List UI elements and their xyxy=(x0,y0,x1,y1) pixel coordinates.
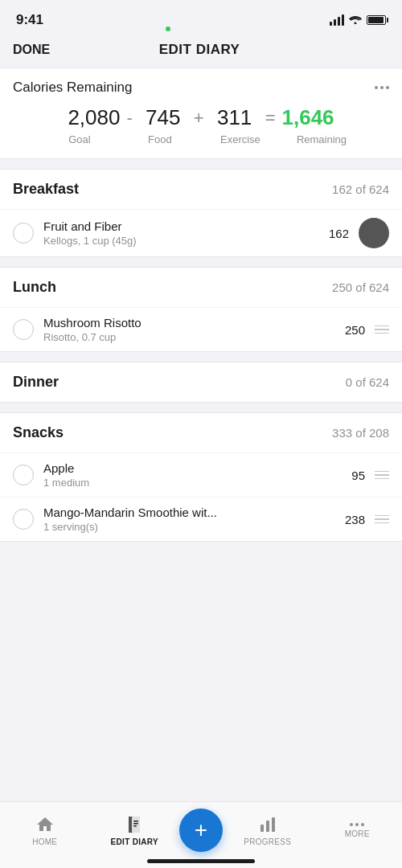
exercise-value: 311 xyxy=(211,105,259,130)
svg-rect-4 xyxy=(132,817,140,833)
lunch-item-name: Mushroom Risotto xyxy=(43,316,345,330)
lunch-item-calories: 250 xyxy=(345,323,365,337)
dinner-header: Dinner 0 of 624 xyxy=(13,374,389,391)
svg-rect-10 xyxy=(272,817,275,832)
progress-icon xyxy=(258,815,277,834)
lunch-item-info: Mushroom Risotto Risotto, 0.7 cup xyxy=(43,316,345,343)
snack-smoothie-calories: 238 xyxy=(345,513,365,526)
snacks-section: Snacks 333 of 208 Apple 1 medium 95 Mang… xyxy=(0,412,402,542)
drag-line xyxy=(375,518,389,520)
svg-rect-3 xyxy=(129,817,132,833)
snack-smoothie-drag-handle[interactable] xyxy=(375,515,389,524)
progress-label: PROGRESS xyxy=(244,837,291,846)
snacks-calories: 333 of 208 xyxy=(332,426,389,440)
lunch-item: Mushroom Risotto Risotto, 0.7 cup 250 xyxy=(0,307,402,351)
add-icon: + xyxy=(195,819,207,841)
breakfast-header: Breakfast 162 of 624 xyxy=(0,170,402,209)
add-food-button[interactable]: + xyxy=(179,809,223,852)
lunch-section: Lunch 250 of 624 Mushroom Risotto Risott… xyxy=(0,267,402,352)
dinner-calories: 0 of 624 xyxy=(346,375,389,389)
snack-smoothie-info: Mango-Mandarin Smoothie wit... 1 serving… xyxy=(43,506,345,533)
snack-smoothie-name: Mango-Mandarin Smoothie wit... xyxy=(43,506,345,519)
calories-header: Calories Remaining xyxy=(13,80,389,96)
snack-item-smoothie: Mango-Mandarin Smoothie wit... 1 serving… xyxy=(0,497,402,541)
breakfast-item-name: Fruit and Fiber xyxy=(43,219,329,233)
dot-icon xyxy=(380,86,384,89)
drag-line xyxy=(375,329,389,330)
breakfast-item-info: Fruit and Fiber Kellogs, 1 cup (45g) xyxy=(43,219,329,247)
more-dots-icon xyxy=(350,823,364,826)
snack-apple-serving: 1 medium xyxy=(43,477,351,489)
nav-progress[interactable]: PROGRESS xyxy=(223,815,313,846)
svg-rect-8 xyxy=(260,825,264,832)
breakfast-item-checkbox[interactable] xyxy=(13,223,34,244)
wifi-icon xyxy=(349,14,362,27)
exercise-label: Exercise xyxy=(216,133,265,145)
home-indicator xyxy=(147,859,255,863)
minus-operator: - xyxy=(126,108,132,129)
snack-apple-checkbox[interactable] xyxy=(13,465,34,485)
signal-bars-icon xyxy=(330,14,344,26)
lunch-item-drag-handle[interactable] xyxy=(375,326,389,334)
drag-line xyxy=(375,333,389,334)
status-bar: 9:41 xyxy=(0,0,402,35)
dot-icon xyxy=(375,86,378,89)
status-time: 9:41 xyxy=(16,12,43,28)
snack-apple-name: Apple xyxy=(43,461,351,475)
svg-rect-6 xyxy=(133,823,138,825)
content-area: Calories Remaining 2,080 - 745 + 311 = 1… xyxy=(0,68,402,614)
calories-labels-row: Goal Food Exercise Remaining xyxy=(13,133,389,145)
lunch-title: Lunch xyxy=(13,279,56,296)
snacks-title: Snacks xyxy=(13,424,64,441)
breakfast-section: Breakfast 162 of 624 Fruit and Fiber Kel… xyxy=(0,169,402,257)
drag-line xyxy=(375,478,389,480)
nav-more[interactable]: MORE xyxy=(313,823,403,838)
done-button[interactable]: DONE xyxy=(13,43,50,57)
more-options-button[interactable] xyxy=(375,86,389,89)
snack-apple-calories: 95 xyxy=(351,469,365,482)
snack-item-apple: Apple 1 medium 95 xyxy=(0,452,402,497)
goal-value: 2,080 xyxy=(68,105,120,130)
breakfast-item-serving: Kellogs, 1 cup (45g) xyxy=(43,235,329,247)
breakfast-item-image xyxy=(359,218,389,248)
diary-label: EDIT DIARY xyxy=(111,837,158,846)
goal-label: Goal xyxy=(55,133,104,145)
header: DONE EDIT DIARY xyxy=(0,35,402,68)
lunch-header: Lunch 250 of 624 xyxy=(0,268,402,307)
snack-smoothie-checkbox[interactable] xyxy=(13,509,34,530)
status-icons xyxy=(330,14,386,27)
snacks-header: Snacks 333 of 208 xyxy=(0,413,402,452)
home-label: HOME xyxy=(32,837,57,846)
lunch-calories: 250 of 624 xyxy=(332,280,389,294)
dinner-section: Dinner 0 of 624 xyxy=(0,362,402,403)
more-label: MORE xyxy=(345,829,370,838)
drag-line xyxy=(375,522,389,524)
battery-icon xyxy=(367,15,386,25)
nav-home[interactable]: HOME xyxy=(0,815,90,846)
equals-operator: = xyxy=(265,108,276,129)
lunch-item-serving: Risotto, 0.7 cup xyxy=(43,331,345,343)
home-icon xyxy=(35,815,55,834)
drag-line xyxy=(375,515,389,517)
drag-line xyxy=(375,474,389,476)
diary-icon xyxy=(125,815,144,834)
dot-icon xyxy=(386,86,389,89)
breakfast-item-calories: 162 xyxy=(329,227,349,240)
snack-apple-info: Apple 1 medium xyxy=(43,461,351,489)
bottom-nav: HOME EDIT DIARY + PROGRESS MORE xyxy=(0,801,402,868)
drag-line xyxy=(375,326,389,327)
remaining-value: 1,646 xyxy=(282,105,334,130)
breakfast-item: Fruit and Fiber Kellogs, 1 cup (45g) 162 xyxy=(0,209,402,256)
snack-smoothie-serving: 1 serving(s) xyxy=(43,521,345,533)
lunch-item-checkbox[interactable] xyxy=(13,319,34,340)
plus-operator: + xyxy=(194,108,204,129)
svg-rect-7 xyxy=(133,825,137,827)
breakfast-calories: 162 of 624 xyxy=(332,182,389,196)
svg-rect-9 xyxy=(266,821,269,832)
calories-card: Calories Remaining 2,080 - 745 + 311 = 1… xyxy=(0,68,402,159)
calories-title: Calories Remaining xyxy=(13,80,132,96)
breakfast-title: Breakfast xyxy=(13,181,79,198)
nav-diary[interactable]: EDIT DIARY xyxy=(90,815,180,846)
snack-apple-drag-handle[interactable] xyxy=(375,471,389,480)
page-title: EDIT DIARY xyxy=(159,42,240,58)
